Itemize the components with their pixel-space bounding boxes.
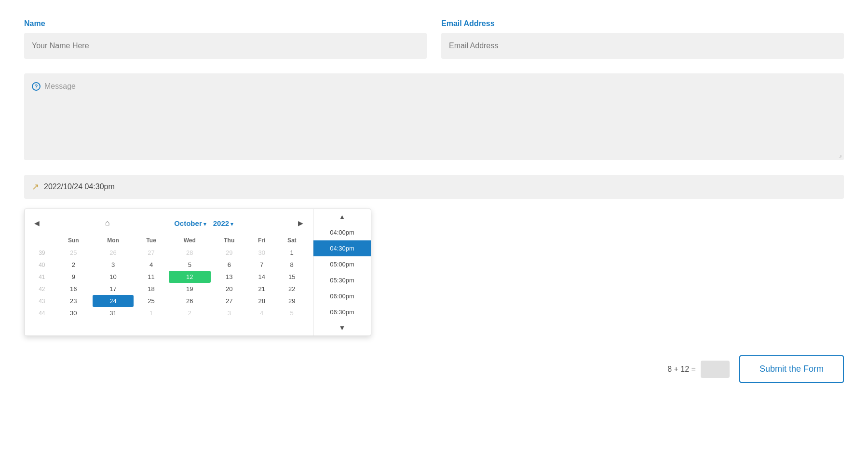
calendar-day[interactable]: 28 [169,247,211,259]
calendar-day[interactable]: 7 [248,259,276,271]
time-section: ▲ 04:00pm04:30pm05:00pm05:30pm06:00pm06:… [313,209,371,335]
email-label: Email Address [441,19,844,28]
calendar-day[interactable]: 18 [134,283,169,295]
resize-handle[interactable]: ⌟ [839,151,842,158]
calendar-header-center: October 2022 [172,218,235,228]
calendar-day[interactable]: 10 [93,271,134,283]
calendar-day[interactable]: 15 [275,271,308,283]
friday-header: Fri [248,234,276,247]
calendar-day[interactable]: 3 [93,259,134,271]
calendar-table: Sun Mon Tue Wed Thu Fri Sat 392526272829… [29,234,308,319]
calendar-day[interactable]: 2 [54,259,93,271]
datetime-input-wrapper[interactable]: ↗ 2022/10/24 04:30pm [24,175,844,199]
question-icon: ? [32,82,41,91]
datetime-group: ↗ 2022/10/24 04:30pm [24,175,844,199]
calendar-day[interactable]: 25 [54,247,93,259]
week-number: 40 [29,259,54,271]
calendar-day[interactable]: 23 [54,295,93,307]
message-label: Message [44,82,76,91]
calendar-header: ◀ ⌂ October 2022 ▶ [29,214,308,234]
calendar-day[interactable]: 4 [248,307,276,319]
time-item[interactable]: 05:30pm [313,272,371,288]
calendar-week-row: 4323242526272829 [29,295,308,307]
captcha-area: 8 + 12 = [667,361,730,378]
calendar-day[interactable]: 17 [93,283,134,295]
calendar-day[interactable]: 24 [93,295,134,307]
year-dropdown-button[interactable]: 2022 [211,218,235,228]
time-item[interactable]: 05:00pm [313,256,371,272]
calendar-day[interactable]: 28 [248,295,276,307]
week-number: 39 [29,247,54,259]
bottom-row: 8 + 12 = Submit the Form [24,350,844,383]
home-button[interactable]: ⌂ [102,217,113,229]
calendar-day[interactable]: 21 [248,283,276,295]
calendar-day[interactable]: 9 [54,271,93,283]
calendar-day[interactable]: 5 [169,259,211,271]
calendar-day[interactable]: 22 [275,283,308,295]
calendar-day[interactable]: 6 [211,259,248,271]
calendar-day[interactable]: 2 [169,307,211,319]
calendar-day[interactable]: 26 [169,295,211,307]
calendar-day[interactable]: 14 [248,271,276,283]
time-item[interactable]: 06:00pm [313,288,371,304]
email-field-group: Email Address [441,19,844,59]
calendar-day[interactable]: 16 [54,283,93,295]
calendar-header-row: Sun Mon Tue Wed Thu Fri Sat [29,234,308,247]
calendar-day[interactable]: 8 [275,259,308,271]
calendar-day[interactable]: 30 [248,247,276,259]
week-number: 42 [29,283,54,295]
week-num-header [29,234,54,247]
week-number: 41 [29,271,54,283]
sunday-header: Sun [54,234,93,247]
time-scroll-down-button[interactable]: ▼ [313,320,371,335]
calendar-day[interactable]: 29 [275,295,308,307]
calendar-day[interactable]: 26 [93,247,134,259]
time-list: 04:00pm04:30pm05:00pm05:30pm06:00pm06:30… [313,224,371,320]
message-placeholder: ? Message [32,82,836,91]
time-item[interactable]: 04:00pm [313,224,371,240]
week-number: 43 [29,295,54,307]
calendar-day[interactable]: 27 [211,295,248,307]
calendar-day[interactable]: 5 [275,307,308,319]
calendar-day[interactable]: 29 [211,247,248,259]
calendar-day[interactable]: 11 [134,271,169,283]
time-item[interactable]: 06:30pm [313,304,371,320]
submit-button[interactable]: Submit the Form [739,355,844,383]
name-label: Name [24,19,427,28]
calendar-day[interactable]: 27 [134,247,169,259]
calendar-day[interactable]: 3 [211,307,248,319]
tuesday-header: Tue [134,234,169,247]
datetime-value: 2022/10/24 04:30pm [44,182,115,191]
calendar-week-row: 44303112345 [29,307,308,319]
calendar-section: ◀ ⌂ October 2022 ▶ Sun Mon Tue Wed Thu F… [25,209,313,335]
calendar-day[interactable]: 25 [134,295,169,307]
calendar-day[interactable]: 4 [134,259,169,271]
calendar-time-container: ◀ ⌂ October 2022 ▶ Sun Mon Tue Wed Thu F… [24,209,371,336]
email-input[interactable] [441,33,844,59]
captcha-expression: 8 + 12 = [667,365,696,374]
name-field-group: Name [24,19,427,59]
saturday-header: Sat [275,234,308,247]
calendar-day[interactable]: 13 [211,271,248,283]
message-wrapper: ? Message ⌟ [24,73,844,160]
time-scroll-up-button[interactable]: ▲ [313,209,371,224]
captcha-input[interactable] [701,361,730,378]
calendar-day[interactable]: 30 [54,307,93,319]
month-dropdown-button[interactable]: October [172,218,208,228]
calendar-day[interactable]: 12 [169,271,211,283]
next-month-button[interactable]: ▶ [295,217,306,229]
calendar-day[interactable]: 19 [169,283,211,295]
calendar-week-row: 392526272829301 [29,247,308,259]
calendar-day[interactable]: 20 [211,283,248,295]
datetime-icon: ↗ [32,182,39,192]
calendar-week-row: 402345678 [29,259,308,271]
prev-month-button[interactable]: ◀ [31,217,42,229]
calendar-day[interactable]: 1 [134,307,169,319]
monday-header: Mon [93,234,134,247]
calendar-day[interactable]: 31 [93,307,134,319]
time-item[interactable]: 04:30pm [313,240,371,256]
wednesday-header: Wed [169,234,211,247]
calendar-week-row: 419101112131415 [29,271,308,283]
name-input[interactable] [24,33,427,59]
calendar-day[interactable]: 1 [275,247,308,259]
